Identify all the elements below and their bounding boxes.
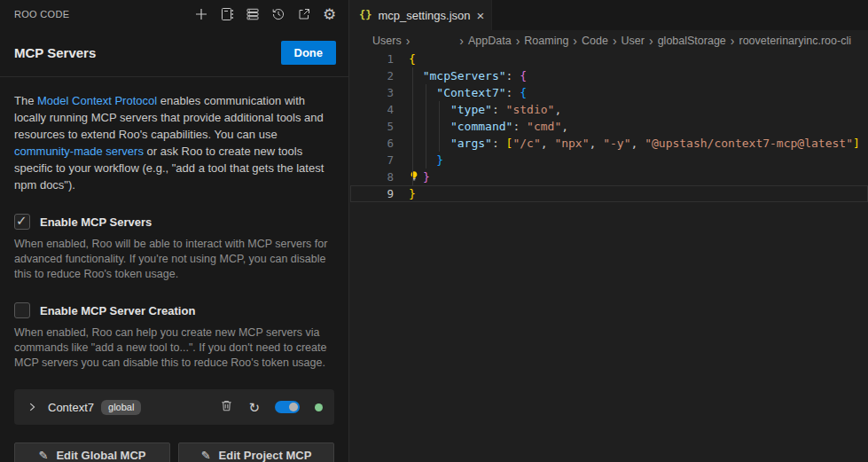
- toolbar-icons: ⚙: [191, 4, 340, 25]
- edit-buttons-row: ✎ Edit Global MCP ✎ Edit Project MCP: [14, 442, 334, 462]
- code-line[interactable]: 2 "mcpServers": {: [350, 67, 868, 84]
- server-actions: ↻: [220, 399, 323, 415]
- breadcrumb-separator-icon: ›: [516, 34, 520, 48]
- line-number: 3: [350, 84, 394, 101]
- toggle-knob: [289, 403, 298, 411]
- external-link-icon: [297, 7, 311, 21]
- code-line-content: "args": ["/c", "npx", "-y", "@upstash/co…: [394, 135, 860, 152]
- code-line-content: }: [394, 152, 443, 168]
- code-line[interactable]: 3 "Context7": {: [350, 84, 868, 101]
- intro-text: The Model Context Protocol enables commu…: [14, 92, 336, 193]
- close-icon[interactable]: ×: [477, 9, 485, 22]
- checkmark-icon: ✓: [16, 213, 27, 229]
- server-scope-badge: global: [101, 400, 141, 415]
- code-line[interactable]: 5 "command": "cmd",: [350, 118, 868, 135]
- edit-global-mcp-button[interactable]: ✎ Edit Global MCP: [14, 442, 170, 462]
- breadcrumb-separator-icon: ›: [613, 34, 617, 48]
- breadcrumb-item[interactable]: globalStorage: [658, 35, 726, 47]
- code-line-content: "command": "cmd",: [394, 118, 568, 135]
- enable-mcp-server-creation-label: Enable MCP Server Creation: [40, 304, 195, 317]
- intro-part: The: [14, 94, 37, 107]
- line-number: 5: [350, 118, 394, 135]
- notebook-icon: [220, 7, 234, 21]
- edit-project-mcp-button[interactable]: ✎ Edit Project MCP: [178, 442, 334, 462]
- code-line[interactable]: 6 "args": ["/c", "npx", "-y", "@upstash/…: [350, 135, 868, 152]
- editor-area: {} mcp_settings.json × Users››AppData›Ro…: [350, 0, 868, 462]
- tab-label: mcp_settings.json: [378, 9, 470, 22]
- history-button[interactable]: [268, 4, 288, 25]
- code-line[interactable]: 1{: [350, 51, 868, 67]
- indent-guide: [426, 84, 426, 168]
- pencil-icon: ✎: [38, 449, 48, 462]
- server-row-context7[interactable]: Context7 global ↻: [14, 389, 334, 425]
- breadcrumb-item[interactable]: Roaming: [524, 35, 568, 47]
- enable-mcp-server-creation-checkbox[interactable]: ✓: [14, 302, 30, 318]
- settings-button[interactable]: ⚙: [319, 4, 340, 25]
- code-line-content: }: [394, 185, 416, 202]
- breadcrumb-item[interactable]: Code: [582, 35, 608, 47]
- refresh-icon: ↻: [248, 401, 260, 414]
- restart-server-button[interactable]: ↻: [248, 401, 260, 414]
- page-title: MCP Servers: [14, 45, 96, 60]
- code-line[interactable]: 4 "type": "stdio",: [350, 101, 868, 118]
- line-number: 7: [350, 152, 394, 168]
- indent-guide: [439, 101, 440, 152]
- edit-project-mcp-label: Edit Project MCP: [219, 449, 312, 462]
- chevron-right-icon[interactable]: [26, 401, 38, 413]
- pencil-icon: ✎: [201, 449, 211, 462]
- roo-code-panel: ROO CODE ⚙: [0, 0, 349, 462]
- mcp-servers-button[interactable]: [242, 4, 262, 25]
- enable-mcp-servers-row: ✓ Enable MCP Servers: [14, 214, 334, 230]
- indent-guide: [412, 67, 413, 185]
- community-made-servers-link[interactable]: community-made servers: [14, 145, 144, 158]
- history-icon: [271, 7, 285, 21]
- enable-mcp-servers-label: Enable MCP Servers: [40, 215, 152, 229]
- code-line-content: {: [394, 51, 416, 67]
- server-icon: [246, 7, 260, 21]
- trash-icon: [220, 399, 233, 415]
- line-number: 2: [350, 67, 394, 84]
- server-name: Context7: [48, 401, 94, 414]
- code-editor[interactable]: 1{2 "mcpServers": {3 "Context7": {4 "typ…: [350, 50, 868, 202]
- tab-bar: {} mcp_settings.json ×: [350, 0, 868, 31]
- done-button[interactable]: Done: [281, 41, 337, 65]
- line-number: 1: [350, 51, 394, 67]
- server-enabled-toggle[interactable]: [275, 401, 300, 413]
- line-number: 4: [350, 101, 394, 118]
- panel-toolbar: ROO CODE ⚙: [0, 0, 348, 28]
- enable-mcp-server-creation-row: ✓ Enable MCP Server Creation: [14, 302, 334, 318]
- breadcrumb-separator-icon: ›: [573, 34, 577, 48]
- panel-title: ROO CODE: [14, 9, 69, 20]
- line-number: 6: [350, 135, 394, 152]
- tab-mcp-settings[interactable]: {} mcp_settings.json ×: [350, 0, 492, 30]
- code-lines: 1{2 "mcpServers": {3 "Context7": {4 "typ…: [350, 51, 868, 202]
- code-line[interactable]: 7 }: [350, 152, 868, 168]
- line-number: 8: [350, 168, 394, 185]
- enable-mcp-servers-description: When enabled, Roo will be able to intera…: [14, 237, 335, 282]
- gear-icon: ⚙: [323, 7, 336, 22]
- enable-mcp-servers-checkbox[interactable]: ✓: [14, 214, 30, 230]
- new-task-button[interactable]: [191, 4, 211, 25]
- model-context-protocol-link[interactable]: Model Context Protocol: [37, 94, 157, 107]
- code-line-content: "type": "stdio",: [394, 101, 561, 118]
- breadcrumb-item[interactable]: AppData: [468, 35, 512, 47]
- breadcrumb-item[interactable]: Users: [372, 35, 402, 47]
- prompts-button[interactable]: [216, 4, 237, 25]
- breadcrumb-item[interactable]: User: [622, 35, 645, 47]
- json-file-icon: {}: [359, 9, 371, 21]
- breadcrumb-item[interactable]: rooveterinaryinc.roo-cli: [739, 35, 851, 47]
- code-line[interactable]: 9}: [350, 185, 868, 202]
- enable-mcp-server-creation-description: When enabled, Roo can help you create ne…: [14, 325, 335, 371]
- code-line-content: "mcpServers": {: [394, 67, 527, 84]
- open-in-editor-button[interactable]: [293, 4, 314, 25]
- lightbulb-icon[interactable]: [409, 169, 423, 186]
- edit-global-mcp-label: Edit Global MCP: [56, 449, 145, 462]
- panel-body: The Model Context Protocol enables commu…: [0, 92, 348, 462]
- breadcrumb-separator-icon: ›: [649, 34, 653, 48]
- delete-server-button[interactable]: [220, 399, 233, 415]
- divider: [0, 76, 348, 77]
- code-line[interactable]: 8}: [350, 168, 868, 185]
- breadcrumb: Users››AppData›Roaming›Code›User›globalS…: [350, 31, 868, 50]
- vscode-window: ROO CODE ⚙: [0, 0, 868, 462]
- breadcrumb-separator-icon: ›: [406, 34, 411, 48]
